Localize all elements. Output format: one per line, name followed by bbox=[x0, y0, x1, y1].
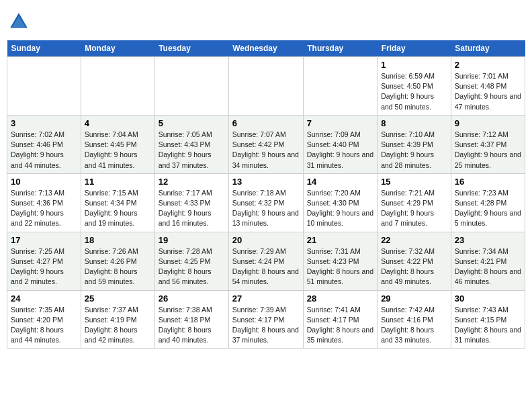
day-cell: 27Sunrise: 7:39 AM Sunset: 4:17 PM Dayli… bbox=[228, 290, 303, 349]
day-cell bbox=[303, 57, 377, 116]
day-number: 5 bbox=[159, 118, 225, 128]
day-info: Sunrise: 7:39 AM Sunset: 4:17 PM Dayligh… bbox=[232, 305, 300, 346]
day-cell: 13Sunrise: 7:18 AM Sunset: 4:32 PM Dayli… bbox=[228, 173, 303, 232]
col-header-wednesday: Wednesday bbox=[228, 40, 303, 57]
day-number: 26 bbox=[159, 293, 225, 304]
day-info: Sunrise: 7:37 AM Sunset: 4:19 PM Dayligh… bbox=[85, 305, 151, 346]
day-cell: 28Sunrise: 7:41 AM Sunset: 4:17 PM Dayli… bbox=[303, 290, 377, 349]
day-info: Sunrise: 7:31 AM Sunset: 4:23 PM Dayligh… bbox=[307, 246, 373, 287]
day-info: Sunrise: 7:15 AM Sunset: 4:34 PM Dayligh… bbox=[85, 188, 151, 229]
day-info: Sunrise: 7:26 AM Sunset: 4:26 PM Dayligh… bbox=[85, 246, 151, 287]
week-row-2: 3Sunrise: 7:02 AM Sunset: 4:46 PM Daylig… bbox=[7, 115, 525, 173]
day-cell: 15Sunrise: 7:21 AM Sunset: 4:29 PM Dayli… bbox=[378, 173, 451, 232]
day-cell: 23Sunrise: 7:34 AM Sunset: 4:21 PM Dayli… bbox=[451, 232, 525, 290]
calendar-header-row: SundayMondayTuesdayWednesdayThursdayFrid… bbox=[7, 40, 525, 57]
day-cell: 30Sunrise: 7:43 AM Sunset: 4:15 PM Dayli… bbox=[451, 290, 525, 349]
day-number: 18 bbox=[85, 235, 151, 245]
day-number: 10 bbox=[11, 177, 77, 187]
day-number: 16 bbox=[455, 177, 521, 187]
day-number: 24 bbox=[11, 293, 77, 304]
day-number: 14 bbox=[307, 177, 373, 187]
day-info: Sunrise: 7:20 AM Sunset: 4:30 PM Dayligh… bbox=[307, 188, 373, 229]
day-cell: 18Sunrise: 7:26 AM Sunset: 4:26 PM Dayli… bbox=[81, 232, 154, 290]
day-info: Sunrise: 6:59 AM Sunset: 4:50 PM Dayligh… bbox=[381, 71, 447, 112]
day-number: 23 bbox=[455, 235, 521, 245]
day-cell bbox=[228, 57, 303, 116]
calendar-table: SundayMondayTuesdayWednesdayThursdayFrid… bbox=[7, 40, 525, 349]
day-info: Sunrise: 7:42 AM Sunset: 4:16 PM Dayligh… bbox=[381, 305, 447, 346]
day-number: 28 bbox=[307, 293, 373, 304]
week-row-4: 17Sunrise: 7:25 AM Sunset: 4:27 PM Dayli… bbox=[7, 232, 525, 290]
day-info: Sunrise: 7:07 AM Sunset: 4:42 PM Dayligh… bbox=[232, 130, 300, 171]
col-header-monday: Monday bbox=[81, 40, 154, 57]
day-cell: 17Sunrise: 7:25 AM Sunset: 4:27 PM Dayli… bbox=[7, 232, 81, 290]
day-cell: 10Sunrise: 7:13 AM Sunset: 4:36 PM Dayli… bbox=[7, 173, 81, 232]
day-info: Sunrise: 7:01 AM Sunset: 4:48 PM Dayligh… bbox=[455, 71, 521, 112]
day-cell bbox=[154, 57, 228, 116]
day-cell: 26Sunrise: 7:38 AM Sunset: 4:18 PM Dayli… bbox=[154, 290, 228, 349]
day-number: 27 bbox=[232, 293, 300, 304]
day-number: 17 bbox=[11, 235, 77, 245]
day-number: 21 bbox=[307, 235, 373, 245]
logo bbox=[7, 11, 31, 35]
day-cell bbox=[7, 57, 81, 116]
day-info: Sunrise: 7:10 AM Sunset: 4:39 PM Dayligh… bbox=[381, 130, 447, 171]
day-info: Sunrise: 7:25 AM Sunset: 4:27 PM Dayligh… bbox=[11, 246, 77, 287]
day-number: 20 bbox=[232, 235, 300, 245]
day-cell: 21Sunrise: 7:31 AM Sunset: 4:23 PM Dayli… bbox=[303, 232, 377, 290]
day-info: Sunrise: 7:09 AM Sunset: 4:40 PM Dayligh… bbox=[307, 130, 373, 171]
day-number: 11 bbox=[85, 177, 151, 187]
day-number: 19 bbox=[159, 235, 225, 245]
day-cell: 4Sunrise: 7:04 AM Sunset: 4:45 PM Daylig… bbox=[81, 115, 154, 173]
day-info: Sunrise: 7:13 AM Sunset: 4:36 PM Dayligh… bbox=[11, 188, 77, 229]
day-info: Sunrise: 7:29 AM Sunset: 4:24 PM Dayligh… bbox=[232, 246, 300, 287]
day-number: 8 bbox=[381, 118, 447, 128]
day-cell: 6Sunrise: 7:07 AM Sunset: 4:42 PM Daylig… bbox=[228, 115, 303, 173]
day-number: 12 bbox=[159, 177, 225, 187]
week-row-3: 10Sunrise: 7:13 AM Sunset: 4:36 PM Dayli… bbox=[7, 173, 525, 232]
day-cell: 25Sunrise: 7:37 AM Sunset: 4:19 PM Dayli… bbox=[81, 290, 154, 349]
day-cell: 14Sunrise: 7:20 AM Sunset: 4:30 PM Dayli… bbox=[303, 173, 377, 232]
page-header bbox=[7, 7, 525, 35]
day-info: Sunrise: 7:38 AM Sunset: 4:18 PM Dayligh… bbox=[159, 305, 225, 346]
day-number: 15 bbox=[381, 177, 447, 187]
day-cell: 11Sunrise: 7:15 AM Sunset: 4:34 PM Dayli… bbox=[81, 173, 154, 232]
day-cell: 20Sunrise: 7:29 AM Sunset: 4:24 PM Dayli… bbox=[228, 232, 303, 290]
day-number: 2 bbox=[455, 60, 521, 70]
day-number: 6 bbox=[232, 118, 300, 128]
day-cell: 29Sunrise: 7:42 AM Sunset: 4:16 PM Dayli… bbox=[378, 290, 451, 349]
day-number: 3 bbox=[11, 118, 77, 128]
col-header-friday: Friday bbox=[378, 40, 451, 57]
day-info: Sunrise: 7:28 AM Sunset: 4:25 PM Dayligh… bbox=[159, 246, 225, 287]
week-row-5: 24Sunrise: 7:35 AM Sunset: 4:20 PM Dayli… bbox=[7, 290, 525, 349]
day-number: 30 bbox=[455, 293, 521, 304]
day-number: 22 bbox=[381, 235, 447, 245]
day-cell: 2Sunrise: 7:01 AM Sunset: 4:48 PM Daylig… bbox=[451, 57, 525, 116]
day-cell: 24Sunrise: 7:35 AM Sunset: 4:20 PM Dayli… bbox=[7, 290, 81, 349]
col-header-tuesday: Tuesday bbox=[154, 40, 228, 57]
day-info: Sunrise: 7:21 AM Sunset: 4:29 PM Dayligh… bbox=[381, 188, 447, 229]
day-number: 9 bbox=[455, 118, 521, 128]
day-info: Sunrise: 7:32 AM Sunset: 4:22 PM Dayligh… bbox=[381, 246, 447, 287]
day-info: Sunrise: 7:12 AM Sunset: 4:37 PM Dayligh… bbox=[455, 130, 521, 171]
day-info: Sunrise: 7:02 AM Sunset: 4:46 PM Dayligh… bbox=[11, 130, 77, 171]
week-row-1: 1Sunrise: 6:59 AM Sunset: 4:50 PM Daylig… bbox=[7, 57, 525, 116]
day-info: Sunrise: 7:18 AM Sunset: 4:32 PM Dayligh… bbox=[232, 188, 300, 229]
day-number: 4 bbox=[85, 118, 151, 128]
col-header-sunday: Sunday bbox=[7, 40, 81, 57]
day-cell bbox=[81, 57, 154, 116]
day-info: Sunrise: 7:23 AM Sunset: 4:28 PM Dayligh… bbox=[455, 188, 521, 229]
day-cell: 22Sunrise: 7:32 AM Sunset: 4:22 PM Dayli… bbox=[378, 232, 451, 290]
day-number: 29 bbox=[381, 293, 447, 304]
day-info: Sunrise: 7:43 AM Sunset: 4:15 PM Dayligh… bbox=[455, 305, 521, 346]
day-info: Sunrise: 7:34 AM Sunset: 4:21 PM Dayligh… bbox=[455, 246, 521, 287]
day-cell: 5Sunrise: 7:05 AM Sunset: 4:43 PM Daylig… bbox=[154, 115, 228, 173]
day-number: 13 bbox=[232, 177, 300, 187]
day-cell: 8Sunrise: 7:10 AM Sunset: 4:39 PM Daylig… bbox=[378, 115, 451, 173]
day-cell: 9Sunrise: 7:12 AM Sunset: 4:37 PM Daylig… bbox=[451, 115, 525, 173]
day-info: Sunrise: 7:17 AM Sunset: 4:33 PM Dayligh… bbox=[159, 188, 225, 229]
day-cell: 3Sunrise: 7:02 AM Sunset: 4:46 PM Daylig… bbox=[7, 115, 81, 173]
day-info: Sunrise: 7:05 AM Sunset: 4:43 PM Dayligh… bbox=[159, 130, 225, 171]
day-number: 1 bbox=[381, 60, 447, 70]
day-cell: 19Sunrise: 7:28 AM Sunset: 4:25 PM Dayli… bbox=[154, 232, 228, 290]
